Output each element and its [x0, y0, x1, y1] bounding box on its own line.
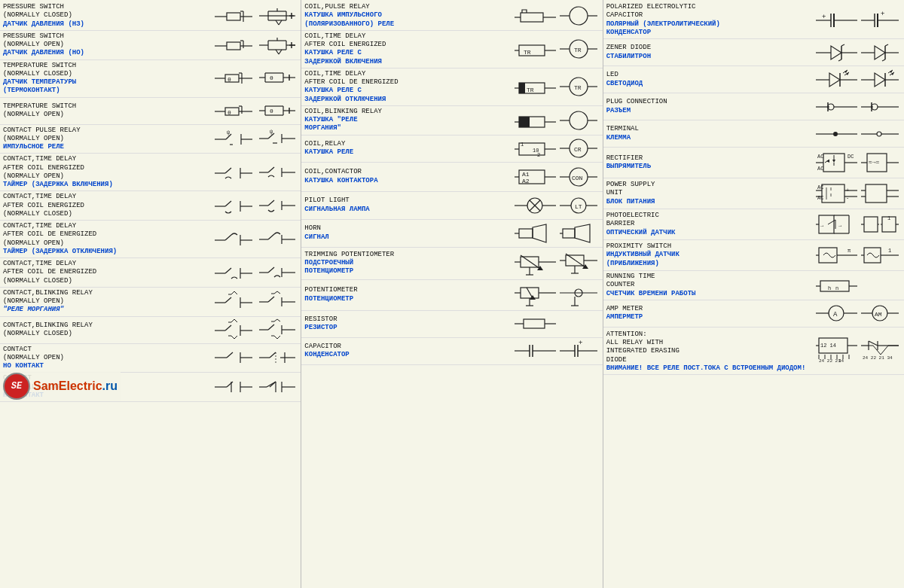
ru-coil-time-off: КАТУШКА РЕЛЕ СЗАДЕРЖКОЙ ОТКЛЮЧЕНИЯ: [304, 87, 512, 104]
sym-capacitor-1: [513, 340, 558, 361]
entry-relay-diode: ATTENTION:ALL RELAY WITHINTEGRATED ERASI…: [603, 328, 904, 375]
svg-line-236: [566, 254, 585, 267]
svg-marker-279: [875, 46, 885, 59]
label-horn: HORN СИГНАЛ: [304, 224, 512, 242]
svg-marker-244: [530, 295, 536, 300]
sym-proximity-1: π: [814, 242, 860, 269]
svg-line-276: [838, 59, 841, 61]
label-photoelectric: PHOTOELECTRICBARRIER ОПТИЧЕСКИЙ ДАТЧИК: [606, 212, 814, 237]
en-coil-time-off: COIL,TIME DELAYAFTER COIL DE ENERGIZED: [304, 70, 512, 87]
label-plug: PLUG CONNECTION РАЗЪЕМ: [606, 98, 814, 115]
svg-text:AM: AM: [875, 311, 882, 318]
svg-text:LT: LT: [575, 203, 582, 210]
svg-text:AC: AC: [817, 195, 823, 201]
svg-text:CON: CON: [572, 175, 583, 181]
label-blink-no: CONTACT,BLINKING RELAY(normally open) "Р…: [3, 289, 211, 315]
sym-coil-time-off-2: TR: [558, 75, 600, 98]
svg-marker-293: [875, 73, 885, 87]
svg-line-130: [268, 324, 274, 330]
sym-trim-pot-1: [513, 249, 558, 278]
sym-zener-1: [814, 41, 860, 64]
label-coil-time-on: COIL,TIME DELAYAFTER COIL ENERGIZED КАТУ…: [304, 32, 512, 66]
entry-contact-pulse: CONTACT PULSE RELAY(normally open) ИМПУЛ…: [0, 125, 301, 154]
en-counter: RUNNING TIMECOUNTER: [606, 273, 814, 290]
entry-terminal: TERMINAL КЛЕММА: [603, 120, 904, 148]
svg-line-134: [274, 336, 277, 339]
sym-contact-nc-2: [256, 379, 298, 395]
en-rectifier: RECTIFIER: [606, 154, 814, 163]
svg-line-117: [274, 291, 277, 294]
label-capacitor: CAPACITOR КОНДЕНСАТОР: [304, 343, 512, 360]
en-amp-meter: AMP METER: [606, 305, 814, 313]
entry-coil-contactor: COIL,CONTACTOR КАТУШКА КОНТАКТОРА A1 A2 …: [301, 163, 602, 192]
sym-time-delay-nc-1: [211, 195, 256, 216]
label-trim-pot: TRIMMING POTENTIOMETER ПОДСТРОЕЧНЫЙПОТЕН…: [304, 251, 512, 276]
sym-time-delay-no-1: [211, 162, 256, 183]
svg-line-275: [841, 44, 844, 46]
sym-de-nc-2: [256, 262, 298, 283]
label-coil-blink: COIL,BLINKING RELAY КАТУШКА "РЕЛЕМОРГАНИ…: [304, 108, 512, 133]
en-temp-nc: TEMPERATURE SWITCH(normally closed): [3, 62, 211, 79]
svg-text:TR: TR: [574, 84, 582, 91]
svg-text:1: 1: [887, 215, 890, 221]
entry-potentiometer: POTENTIOMETER ПОТЕНЦИОМЕТР: [301, 280, 602, 311]
svg-rect-341: [866, 184, 887, 203]
entry-zener: ZENER DIODE СТАБИЛИТРОН: [603, 39, 904, 66]
en-contact-no: CONTACT(normally open): [3, 346, 211, 363]
svg-marker-285: [829, 73, 840, 87]
svg-text:TR: TR: [524, 49, 531, 56]
ru-coil-time-on: КАТУШКА РЕЛЕ СЗАДЕРЖКОЙ ВКЛЮЧЕНИЯ: [304, 49, 512, 66]
entry-temp-nc: TEMPERATURE SWITCH(normally closed) ДАТЧ…: [0, 60, 301, 98]
label-coil-relay: COIL,RELAY КАТУШКА РЕЛЕ: [304, 140, 512, 157]
label-blink-nc: CONTACT,BLINKING RELAY(normally closed): [3, 321, 211, 339]
en-resistor: RESISTOR: [304, 315, 512, 324]
sym-relay-diode-1: 12 14 24 22 21 34: [814, 331, 860, 364]
label-de-nc: CONTACT,TIME DELAYAFTER COIL DE ENERGIZE…: [3, 260, 211, 285]
sym-psu-1: AC AC + -: [814, 180, 860, 207]
sym-coil-relay-1: 2 1 10: [513, 137, 558, 160]
sym-counter-2: [860, 275, 901, 296]
svg-line-138: [277, 319, 280, 321]
entry-proximity: PROXIMITY SWITCH ИНДУКТИВНЫЙ ДАТЧИК(ПРИБ…: [603, 240, 904, 271]
svg-text:ψ: ψ: [227, 129, 230, 136]
svg-text:→: →: [838, 223, 842, 229]
entry-horn: HORN СИГНАЛ: [301, 220, 602, 248]
sym-coil-pulse-1: [513, 5, 558, 26]
label-amp-meter: AMP METER АМПЕРМЕТР: [606, 305, 814, 322]
en-relay-diode: ATTENTION:ALL RELAY WITHINTEGRATED ERASI…: [606, 331, 814, 364]
sym-time-delay-nc-2: [256, 195, 298, 216]
label-contact-pulse: CONTACT PULSE RELAY(normally open) ИМПУЛ…: [3, 126, 211, 152]
svg-text:θ: θ: [228, 76, 231, 83]
entry-de-no: CONTACT,TIME DELAYAFTER COIL DE ENERGIZE…: [0, 221, 301, 258]
en-coil-contactor: COIL,CONTACTOR: [304, 168, 512, 176]
section-col2: COIL,PULSE RELAY КАТУШКА ИМПУЛЬСНОГО(ПОЛ…: [301, 0, 603, 588]
label-proximity: PROXIMITY SWITCH ИНДУКТИВНЫЙ ДАТЧИК(ПРИБ…: [606, 242, 814, 268]
svg-text:AC: AC: [817, 166, 823, 172]
svg-marker-230: [537, 266, 543, 270]
svg-line-396: [869, 341, 878, 346]
entry-contact-no: CONTACT(normally open) НО КОНТАКТ: [0, 344, 301, 373]
svg-rect-250: [524, 319, 545, 328]
svg-marker-219: [533, 224, 546, 242]
label-coil-pulse: COIL,PULSE RELAY КАТУШКА ИМПУЛЬСНОГО(ПОЛ…: [304, 3, 512, 29]
label-time-delay-no: CONTACT,TIME DELAYAFTER COIL ENERGIZED(n…: [3, 155, 211, 189]
main-table: PRESSURE SWITCH(normally closed) ДАТЧИК …: [0, 0, 904, 588]
svg-rect-361: [819, 248, 837, 263]
svg-text:→: →: [820, 223, 824, 229]
sym-photoelectric-1: → →: [814, 211, 860, 238]
svg-line-86: [268, 200, 274, 206]
label-contact-no: CONTACT(normally open) НО КОНТАКТ: [3, 346, 211, 371]
svg-marker-291: [846, 72, 849, 75]
sym-proximity-2: 1: [860, 242, 901, 269]
svg-line-13: [279, 20, 282, 25]
entry-psu: POWER SUPPLYUNIT БЛОК ПИТАНИЯ AC AC + -: [603, 178, 904, 209]
svg-text:24 22 21: 24 22 21: [819, 358, 841, 364]
ru-blink-no: "РЕЛЕ МОРГАНИЯ": [3, 306, 211, 314]
svg-text:n: n: [835, 285, 838, 291]
en-coil-time-on: COIL,TIME DELAYAFTER COIL ENERGIZED: [304, 32, 512, 50]
svg-text:A2: A2: [522, 178, 530, 184]
svg-marker-222: [575, 224, 590, 242]
entry-de-nc: CONTACT,TIME DELAYAFTER COIL DE ENERGIZE…: [0, 258, 301, 288]
entry-amp-meter: AMP METER АМПЕРМЕТР A AM: [603, 300, 904, 328]
en-terminal: TERMINAL: [606, 125, 814, 133]
